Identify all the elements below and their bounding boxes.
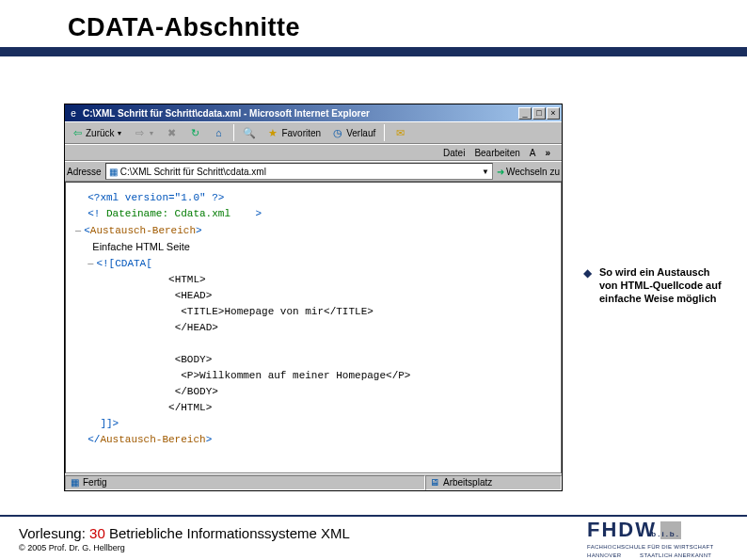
minimize-button[interactable]: _ [518,107,532,120]
footer-lecture: Vorlesung: 30 Betriebliche Informationss… [19,525,587,541]
mail-icon: ✉ [393,126,406,139]
xml-line: <P>Willkommen auf meiner Homepage</P> [75,368,551,384]
chevron-down-icon: ▼ [149,130,155,136]
bullet-text: So wird ein Austausch von HTML-Quellcode… [599,265,724,305]
footer-lecture-label: Vorlesung: [19,525,86,541]
forward-button[interactable]: ⇨ ▼ [130,123,159,142]
search-button[interactable]: 🔍 [239,123,260,142]
slide-footer: Vorlesung: 30 Betriebliche Informationss… [0,515,747,560]
home-icon: ⌂ [212,126,225,139]
bullet-item: ◆ So wird ein Austausch von HTML-Quellco… [583,265,724,305]
toolbar-separator [384,124,385,141]
toolbar-separator [233,124,234,141]
status-left: ▦ Fertig [65,475,425,490]
window-titlebar: e C:\XML Schritt für Schritt\cdata.xml -… [65,104,562,121]
xml-line: <! Dateiname: Cdata.xml > [75,206,551,222]
logo-subtitle2: HANNOVER STAATLICH ANERKANNT [587,552,711,559]
done-icon: ▦ [69,477,80,488]
back-button[interactable]: ⇦ Zurück ▼ [67,123,127,142]
favorites-button[interactable]: ★ Favoriten [262,123,325,142]
stop-button[interactable]: ✖ [161,123,182,142]
favorites-icon: ★ [266,126,279,139]
address-label: Adresse [67,167,102,177]
xml-line: </Austausch-Bereich> [75,432,551,448]
history-button[interactable]: ◷ Verlauf [327,123,379,142]
maximize-button[interactable]: □ [532,107,546,120]
document-viewport: <?xml version="1.0" ?> <! Dateiname: Cda… [65,182,562,473]
forward-arrow-icon: ⇨ [134,126,147,139]
logo-text: FHDW [587,518,657,542]
stop-icon: ✖ [165,126,178,139]
xml-line: </HTML> [75,400,551,416]
xml-line: <BODY> [75,352,551,368]
back-arrow-icon: ⇦ [71,126,84,139]
menu-bearbeiten[interactable]: Bearbeiten [474,148,519,158]
xml-line [75,336,551,352]
address-dropdown-icon[interactable]: ▼ [482,168,489,176]
history-icon: ◷ [331,126,344,139]
browser-window: e C:\XML Schritt für Schritt\cdata.xml -… [64,104,563,491]
fhdw-logo: FHDW b.i.b. FACHHOCHSCHULE FÜR DIE WIRTS… [587,518,747,559]
xml-line: <HTML> [75,272,551,288]
menu-ansicht[interactable]: A [530,148,536,158]
status-bar: ▦ Fertig 🖥 Arbeitsplatz [65,473,562,490]
address-bar: Adresse ▦ C:\XML Schritt für Schritt\cda… [65,161,562,182]
status-text: Fertig [83,477,107,488]
refresh-button[interactable]: ↻ [184,123,205,142]
bullet-diamond-icon: ◆ [583,266,592,280]
menubar: Datei Bearbeiten A » [65,144,562,161]
xml-line: <HEAD> [75,288,551,304]
close-button[interactable]: × [547,107,560,120]
xml-line: </HEAD> [75,320,551,336]
address-value: C:\XML Schritt für Schritt\cdata.xml [120,167,266,177]
go-button[interactable]: ➜ Wechseln zu [497,167,560,177]
xml-line: <?xml version="1.0" ?> [75,190,551,206]
status-zone: 🖥 Arbeitsplatz [425,475,562,490]
page-icon: ▦ [109,167,118,177]
go-label: Wechseln zu [506,167,560,177]
navigation-toolbar: ⇦ Zurück ▼ ⇨ ▼ ✖ ↻ ⌂ 🔍 ★ Favoriten ◷ Ver… [65,121,562,144]
title-underline [0,47,747,56]
chevron-down-icon: ▼ [117,130,123,136]
go-icon: ➜ [497,167,504,177]
xml-line: ]]> [75,416,551,432]
slide-title: CDATA-Abschnitte [68,13,300,42]
window-title-text: C:\XML Schritt für Schritt\cdata.xml - M… [83,108,518,119]
footer-lecture-title: Betriebliche Informationssysteme XML [109,525,350,541]
xml-line: – <![CDATA[ [75,255,551,272]
logo-box-icon: b.i.b. [660,521,681,539]
zone-icon: 🖥 [429,477,440,488]
footer-copyright: © 2005 Prof. Dr. G. Hellberg [19,543,587,552]
menu-more[interactable]: » [545,148,550,158]
home-button[interactable]: ⌂ [208,123,229,142]
xml-line: <TITLE>Homepage von mir</TITLE> [75,304,551,320]
favorites-label: Favoriten [281,128,321,138]
history-label: Verlauf [346,128,375,138]
xml-line: – <Austausch-Bereich> [75,222,551,239]
menu-datei[interactable]: Datei [443,148,465,158]
xml-line: Einfache HTML Seite [75,239,551,255]
xml-line: </BODY> [75,384,551,400]
back-label: Zurück [86,128,115,138]
ie-icon: e [67,106,80,120]
search-icon: 🔍 [243,126,256,139]
refresh-icon: ↻ [188,126,201,139]
logo-subtitle1: FACHHOCHSCHULE FÜR DIE WIRTSCHAFT [587,544,713,551]
mail-button[interactable]: ✉ [389,123,410,142]
address-input[interactable]: ▦ C:\XML Schritt für Schritt\cdata.xml ▼ [105,163,493,180]
zone-text: Arbeitsplatz [443,477,492,488]
footer-lecture-number: 30 [89,525,105,541]
